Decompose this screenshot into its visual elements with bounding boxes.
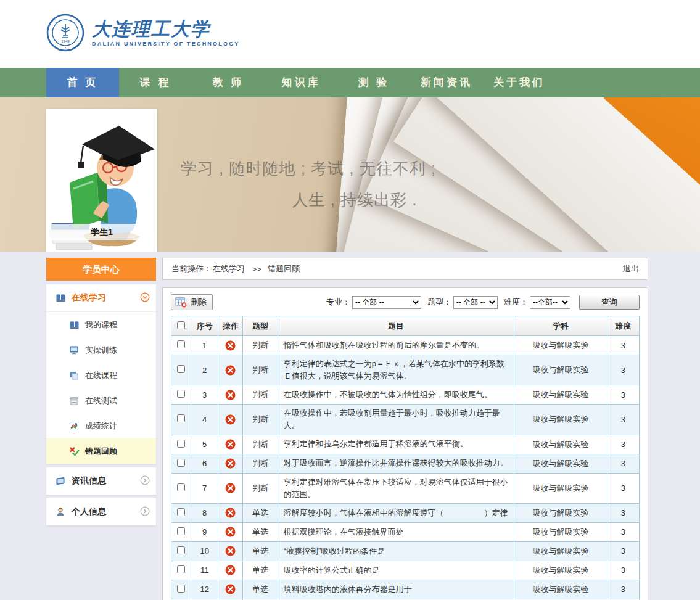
sidebar-subitem[interactable]: 我的课程 <box>46 312 156 337</box>
sidebar-subitem[interactable]: 在线课程 <box>46 363 156 388</box>
query-button[interactable]: 查询 <box>579 295 640 310</box>
student-center-header[interactable]: 学员中心 <box>46 258 156 281</box>
table-row: 4判断在吸收操作中，若吸收剂用量趋于最小时，吸收推动力趋于最大。吸收与解吸实验3 <box>171 405 640 435</box>
row-number: 6 <box>191 454 218 473</box>
row-action-cell <box>218 355 243 385</box>
question-text: “液膜控制”吸收过程的条件是 <box>278 541 514 561</box>
sidebar-subitem[interactable]: 实操训练 <box>46 337 156 363</box>
delete-question-icon[interactable] <box>225 483 236 493</box>
row-checkbox[interactable] <box>177 508 185 516</box>
sidebar-item-label: 在线测试 <box>85 395 117 406</box>
sidebar-subitem[interactable]: 成绩统计 <box>46 413 156 438</box>
question-text: 对于吸收而言，逆流操作比并流操作课获得较大的吸收推动力。 <box>278 454 514 473</box>
nav-item[interactable]: 首 页 <box>46 68 119 97</box>
filter-group: 专业：-- 全部 --题型：-- 全部 --难度：--全部-- <box>320 296 570 309</box>
delete-button-label: 删除 <box>191 297 207 308</box>
pages-icon <box>68 371 80 380</box>
delete-question-icon[interactable] <box>225 439 236 450</box>
sidebar-item-label: 我的课程 <box>85 319 117 331</box>
university-name-cn: 大连理工大学 <box>92 18 240 39</box>
row-checkbox-cell <box>171 336 191 355</box>
sidebar-item-label: 实操训练 <box>85 345 117 356</box>
difficulty: 3 <box>607 541 639 561</box>
subject: 吸收与解吸实验 <box>514 541 607 561</box>
nav-item[interactable]: 知识库 <box>265 68 337 97</box>
row-number: 1 <box>191 336 218 355</box>
sidebar-subitem[interactable]: 在线测试 <box>46 388 156 413</box>
row-checkbox[interactable] <box>177 585 185 593</box>
filter-label: 专业： <box>326 297 350 308</box>
col-header-subject: 学科 <box>514 316 607 336</box>
table-row: 11单选吸收率的计算公式正确的是吸收与解吸实验3 <box>171 561 640 580</box>
questions-tbody: 1判断惰性气体和吸收剂在吸收过程的前后的摩尔量是不变的。吸收与解吸实验32判断亨… <box>171 336 640 600</box>
difficulty-filter-select[interactable]: --全部-- <box>530 296 570 309</box>
sidebar-item-online-learning[interactable]: 在线学习 <box>46 284 156 312</box>
nav-item[interactable]: 课 程 <box>119 68 192 97</box>
table-row: 10单选“液膜控制”吸收过程的条件是吸收与解吸实验3 <box>171 541 640 561</box>
delete-question-icon[interactable] <box>225 565 236 575</box>
question-text: 亨利定律和拉乌尔定律都适用于稀溶液的气液平衡。 <box>278 435 514 454</box>
table-row: 3判断在吸收操作中，不被吸收的气体为惰性组分，即吸收尾气。吸收与解吸实验3 <box>171 385 640 405</box>
delete-question-icon[interactable] <box>225 527 236 537</box>
sidebar-item-label: 个人信息 <box>72 506 106 517</box>
type-filter-select[interactable]: -- 全部 -- <box>453 296 498 309</box>
wrong-questions-panel: 删除 专业：-- 全部 --题型：-- 全部 --难度：--全部-- 查询 序号… <box>162 287 648 600</box>
row-checkbox-cell <box>171 503 191 522</box>
table-header-row: 序号 操作 题型 题目 学科 难度 <box>171 316 640 336</box>
chart-icon <box>68 421 80 431</box>
delete-question-icon[interactable] <box>225 508 236 518</box>
filter-label: 难度： <box>504 297 528 308</box>
nav-item[interactable]: 测 验 <box>337 68 410 97</box>
row-checkbox[interactable] <box>177 459 185 467</box>
breadcrumb-parent[interactable]: 在线学习 <box>213 263 245 274</box>
difficulty: 3 <box>607 561 639 580</box>
delete-question-icon[interactable] <box>225 340 236 351</box>
sidebar-subitem[interactable]: 错题回顾 <box>46 438 156 464</box>
question-type: 单选 <box>243 522 278 541</box>
row-number: 8 <box>191 503 218 522</box>
row-checkbox[interactable] <box>177 483 185 491</box>
logout-link[interactable]: 退出 <box>623 263 639 274</box>
difficulty: 3 <box>607 454 639 473</box>
row-checkbox[interactable] <box>177 414 185 422</box>
select-all-cell <box>171 316 191 336</box>
delete-question-icon[interactable] <box>225 414 236 425</box>
nav-item[interactable]: 关于我们 <box>483 68 556 97</box>
nav-item[interactable]: 新闻资讯 <box>410 68 483 97</box>
university-logo: 1949 大连理工大学 DALIAN UNIVERSITY OF TECHNOL… <box>46 14 240 52</box>
row-checkbox[interactable] <box>177 546 185 554</box>
row-checkbox[interactable] <box>177 565 185 573</box>
subject: 吸收与解吸实验 <box>514 454 607 473</box>
question-text: 根据双膜理论，在气液接触界面处 <box>278 522 514 541</box>
col-header-action: 操作 <box>218 316 243 336</box>
question-type: 判断 <box>243 336 278 355</box>
row-number: 11 <box>191 561 218 580</box>
chevron-right-circle-icon <box>140 506 150 518</box>
delete-button[interactable]: 删除 <box>171 294 213 310</box>
delete-question-icon[interactable] <box>225 390 236 400</box>
nav-item[interactable]: 教 师 <box>192 68 265 97</box>
row-checkbox[interactable] <box>177 340 185 348</box>
difficulty: 3 <box>607 405 639 435</box>
question-text: 亨利定律的表达式之一为p＝Ｅｘ，若某气体在水中的亨利系数Ｅ值很大，说明该气体为易… <box>278 355 514 385</box>
delete-question-icon[interactable] <box>225 458 236 469</box>
row-checkbox[interactable] <box>177 440 185 448</box>
sidebar: 学员中心 在线学习 我的课程实操训练在线课程在线测试成绩统计错题回顾 资讯信息个… <box>46 258 156 525</box>
sidebar-item-profile[interactable]: 个人信息 <box>46 498 156 525</box>
major-filter-select[interactable]: -- 全部 -- <box>352 296 421 309</box>
row-number: 7 <box>191 473 218 503</box>
select-all-checkbox[interactable] <box>177 321 185 329</box>
row-number: 2 <box>191 355 218 385</box>
row-checkbox[interactable] <box>177 390 185 398</box>
delete-question-icon[interactable] <box>225 584 236 594</box>
delete-question-icon[interactable] <box>225 546 236 556</box>
sidebar-item-news[interactable]: 资讯信息 <box>46 467 156 495</box>
difficulty: 3 <box>607 355 639 385</box>
breadcrumb-prefix: 当前操作： <box>171 263 212 274</box>
question-text: 亨利定律对难溶气体在常压下较适应，对易溶气体仅适用于很小的范围。 <box>278 473 514 503</box>
row-checkbox[interactable] <box>177 365 185 373</box>
row-checkbox[interactable] <box>177 527 185 535</box>
row-action-cell <box>218 385 243 405</box>
book-icon <box>68 320 80 330</box>
delete-question-icon[interactable] <box>225 365 236 376</box>
